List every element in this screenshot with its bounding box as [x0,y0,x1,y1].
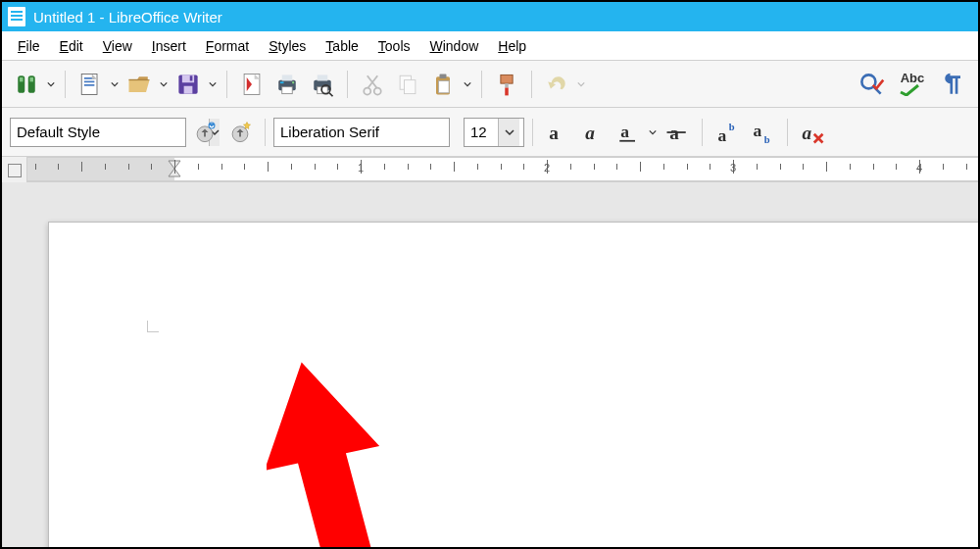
svg-point-16 [292,81,294,83]
svg-rect-3 [30,77,34,81]
subscript-button[interactable]: ab [746,116,779,149]
separator [787,119,788,146]
font-size-input[interactable] [465,119,498,146]
document-icon [8,7,25,26]
horizontal-ruler[interactable]: 12345 [27,157,978,181]
svg-text:a: a [753,120,761,139]
separator [531,71,532,98]
open-dropdown[interactable] [158,68,170,101]
menu-edit[interactable]: Edit [50,34,93,58]
cut-button[interactable] [356,68,389,101]
find-replace-dropdown[interactable] [45,68,57,101]
titlebar: Untitled 1 - LibreOffice Writer [2,2,978,31]
clone-formatting-button[interactable] [490,68,523,101]
svg-text:b: b [729,122,735,132]
menu-file[interactable]: File [8,34,50,58]
svg-rect-30 [440,74,447,77]
svg-text:a: a [803,123,812,143]
font-name-combo[interactable] [273,118,450,147]
save-dropdown[interactable] [207,68,219,101]
find-replace-button[interactable] [10,68,43,101]
undo-button[interactable] [540,68,573,101]
formatting-toolbar: a a a a ab ab a [2,108,978,157]
print-button[interactable] [270,68,304,101]
underline-dropdown[interactable] [647,116,659,149]
svg-rect-19 [318,75,328,80]
new-document-dropdown[interactable] [109,68,121,101]
menu-insert[interactable]: Insert [142,34,196,58]
menu-window[interactable]: Window [420,34,489,58]
abc-label: Abc [901,72,925,84]
separator [265,119,266,146]
ruler-number: 4 [916,162,922,174]
menu-help[interactable]: Help [488,34,536,58]
menu-tools[interactable]: Tools [368,34,420,58]
font-size-combo[interactable] [464,118,524,147]
paste-dropdown[interactable] [462,68,473,101]
superscript-button[interactable]: ab [710,116,744,149]
svg-rect-33 [505,83,509,87]
svg-text:b: b [764,133,770,144]
svg-rect-10 [184,85,193,93]
svg-rect-31 [439,80,450,92]
svg-rect-17 [280,81,284,83]
svg-text:a: a [549,123,559,143]
font-size-dropdown[interactable] [498,119,519,146]
svg-rect-28 [405,79,416,93]
svg-point-24 [374,87,381,94]
svg-rect-6 [84,80,95,82]
menu-view[interactable]: View [93,34,142,58]
open-button[interactable] [122,68,156,101]
separator [347,71,348,98]
svg-text:a: a [620,122,629,141]
export-pdf-button[interactable] [235,68,269,101]
formatting-marks-button[interactable] [937,68,970,101]
standard-toolbar: Abc [2,61,978,108]
paragraph-style-input[interactable] [11,119,209,146]
save-button[interactable] [172,68,205,101]
svg-rect-7 [84,84,95,86]
menu-table[interactable]: Table [316,34,368,58]
ruler-number: 1 [358,162,364,174]
svg-rect-15 [282,86,293,93]
svg-rect-34 [505,87,509,95]
clear-formatting-button[interactable]: a [796,116,829,149]
paste-button[interactable] [426,68,460,101]
ruler-number: 2 [544,162,550,174]
font-name-input[interactable] [274,119,472,146]
svg-line-22 [329,92,333,96]
ruler-area: 12345 [2,157,978,182]
ruler-number: 3 [730,162,736,174]
paragraph-style-combo[interactable] [10,118,186,147]
separator [532,119,533,146]
new-document-button[interactable] [74,68,107,101]
separator [702,119,703,146]
menubar: File Edit View Insert Format Styles Tabl… [2,31,978,61]
underline-button[interactable]: a [612,116,645,149]
bold-button[interactable]: a [541,116,574,149]
update-style-button[interactable] [188,116,221,149]
separator [65,71,66,98]
spellcheck-button[interactable] [855,68,888,101]
undo-dropdown[interactable] [575,68,587,101]
menu-format[interactable]: Format [196,34,259,58]
svg-point-23 [364,87,370,94]
auto-spellcheck-button[interactable]: Abc [890,68,935,101]
window-title: Untitled 1 - LibreOffice Writer [33,9,222,25]
margin-corner-icon [147,321,159,332]
document-page[interactable] [48,222,978,547]
svg-text:a: a [717,125,726,144]
separator [481,71,482,98]
new-style-button[interactable] [223,116,257,149]
print-preview-button[interactable] [306,68,339,101]
menu-styles[interactable]: Styles [259,34,316,58]
svg-rect-2 [20,77,24,81]
strikethrough-button[interactable]: a [661,116,694,149]
copy-button[interactable] [391,68,424,101]
ruler-corner [2,157,27,182]
svg-rect-14 [282,75,293,80]
svg-rect-11 [190,75,193,80]
workspace [2,182,978,547]
italic-button[interactable]: a [576,116,610,149]
svg-text:a: a [585,123,595,143]
